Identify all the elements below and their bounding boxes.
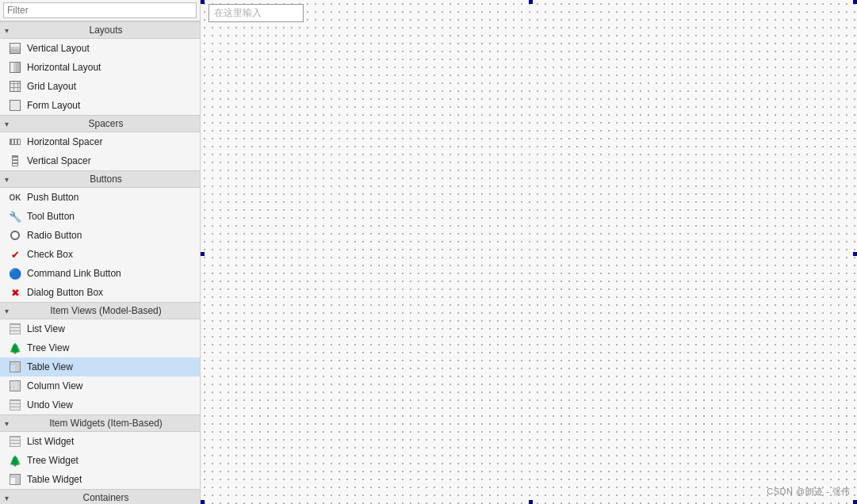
form-layout-label: Form Layout — [27, 100, 80, 111]
sidebar-item-horizontal-layout[interactable]: Horizontal Layout — [0, 58, 200, 77]
tree-widget-label: Tree Widget — [27, 455, 78, 466]
command-link-button-label: Command Link Button — [27, 268, 121, 279]
handle-mid-right — [853, 252, 857, 256]
table-widget-label: Table Widget — [27, 474, 82, 485]
table-widget-icon — [8, 472, 22, 487]
radio-button-label: Radio Button — [27, 230, 82, 241]
layouts-arrow: ▾ — [5, 26, 9, 35]
sidebar-item-table-widget[interactable]: Table Widget — [0, 470, 200, 489]
table-view-label: Table View — [27, 361, 73, 372]
handle-top-center — [529, 0, 533, 4]
sidebar-item-tree-view[interactable]: 🌲 Tree View — [0, 338, 200, 357]
list-widget-label: List Widget — [27, 436, 74, 447]
list-widget-icon — [8, 434, 22, 449]
sidebar-item-list-view[interactable]: List View — [0, 319, 200, 338]
undo-view-label: Undo View — [27, 399, 73, 410]
tool-button-label: Tool Button — [27, 211, 75, 222]
hbox-icon — [8, 60, 22, 74]
sidebar-item-table-view[interactable]: Table View — [0, 357, 200, 376]
grid-icon — [8, 79, 22, 94]
handle-bottom-center — [529, 500, 533, 504]
sidebar-item-check-box[interactable]: ✔ Check Box — [0, 245, 200, 264]
item-views-label: Item Views (Model-Based) — [12, 305, 200, 316]
sidebar-item-column-view[interactable]: Column View — [0, 376, 200, 395]
canvas-dotted-background — [201, 0, 857, 504]
handle-mid-left — [201, 252, 205, 256]
widget-list: ▾ Layouts Vertical Layout Horizontal Lay… — [0, 21, 200, 504]
column-view-label: Column View — [27, 380, 82, 391]
list-view-icon — [8, 322, 22, 336]
table-view-icon — [8, 360, 22, 374]
filter-input[interactable] — [3, 2, 197, 18]
horizontal-layout-label: Horizontal Layout — [27, 62, 101, 73]
push-button-label: Push Button — [27, 192, 78, 203]
item-widgets-arrow: ▾ — [5, 419, 9, 428]
tool-icon: 🔧 — [8, 209, 22, 223]
canvas-area[interactable]: 在这里输入 CSDN @朗迹 - 张伟 — [201, 0, 857, 504]
canvas-placeholder-text: 在这里输入 — [214, 7, 262, 18]
sidebar-item-vertical-spacer[interactable]: Vertical Spacer — [0, 151, 200, 170]
vspacer-icon — [8, 154, 22, 168]
undo-view-icon — [8, 398, 22, 412]
sidebar-item-horizontal-spacer[interactable]: Horizontal Spacer — [0, 132, 200, 151]
sidebar-item-grid-layout[interactable]: Grid Layout — [0, 77, 200, 96]
layouts-label: Layouts — [12, 25, 200, 36]
category-spacers[interactable]: ▾ Spacers — [0, 115, 200, 132]
grid-layout-label: Grid Layout — [27, 81, 76, 92]
containers-arrow: ▾ — [5, 494, 9, 502]
filter-bar — [0, 0, 200, 21]
buttons-label: Buttons — [12, 174, 200, 185]
sidebar-item-undo-view[interactable]: Undo View — [0, 395, 200, 414]
sidebar-item-vertical-layout[interactable]: Vertical Layout — [0, 39, 200, 58]
spacers-label: Spacers — [12, 118, 200, 129]
col-view-icon — [8, 379, 22, 393]
category-item-widgets[interactable]: ▾ Item Widgets (Item-Based) — [0, 414, 200, 432]
form-icon — [8, 98, 22, 113]
category-containers[interactable]: ▾ Containers — [0, 489, 200, 504]
vertical-spacer-label: Vertical Spacer — [27, 155, 91, 166]
tree-view-icon: 🌲 — [8, 341, 22, 355]
tree-widget-icon: 🌲 — [8, 453, 22, 468]
sidebar-item-form-layout[interactable]: Form Layout — [0, 96, 200, 115]
check-box-label: Check Box — [27, 249, 73, 260]
watermark: CSDN @朗迹 - 张伟 — [767, 486, 851, 498]
item-views-arrow: ▾ — [5, 307, 9, 315]
handle-bottom-left — [201, 500, 205, 504]
hspacer-icon — [8, 135, 22, 149]
handle-top-right — [853, 0, 857, 4]
sidebar-item-radio-button[interactable]: Radio Button — [0, 226, 200, 245]
tree-view-label: Tree View — [27, 342, 69, 353]
horizontal-spacer-label: Horizontal Spacer — [27, 136, 102, 147]
check-icon: ✔ — [8, 247, 22, 262]
sidebar-item-dialog-button-box[interactable]: ✖ Dialog Button Box — [0, 283, 200, 302]
category-buttons[interactable]: ▾ Buttons — [0, 170, 200, 188]
canvas-input[interactable]: 在这里输入 — [209, 4, 304, 22]
vbox-icon — [8, 41, 22, 55]
sidebar-item-tree-widget[interactable]: 🌲 Tree Widget — [0, 451, 200, 470]
category-item-views[interactable]: ▾ Item Views (Model-Based) — [0, 302, 200, 319]
dialog-button-box-label: Dialog Button Box — [27, 287, 103, 298]
buttons-arrow: ▾ — [5, 175, 9, 184]
sidebar-item-push-button[interactable]: OK Push Button — [0, 188, 200, 207]
list-view-label: List View — [27, 323, 65, 334]
cmd-icon: 🔵 — [8, 266, 22, 281]
sidebar-item-tool-button[interactable]: 🔧 Tool Button — [0, 207, 200, 226]
containers-label: Containers — [12, 492, 200, 503]
handle-bottom-right — [853, 500, 857, 504]
vertical-layout-label: Vertical Layout — [27, 43, 90, 54]
category-layouts[interactable]: ▾ Layouts — [0, 21, 200, 39]
sidebar-item-list-widget[interactable]: List Widget — [0, 432, 200, 451]
radio-icon — [8, 228, 22, 242]
spacers-arrow: ▾ — [5, 120, 9, 128]
handle-top-left — [201, 0, 205, 4]
dialog-icon: ✖ — [8, 285, 22, 300]
left-panel: ▾ Layouts Vertical Layout Horizontal Lay… — [0, 0, 201, 504]
item-widgets-label: Item Widgets (Item-Based) — [12, 418, 200, 429]
ok-icon: OK — [8, 190, 22, 204]
sidebar-item-command-link-button[interactable]: 🔵 Command Link Button — [0, 264, 200, 283]
